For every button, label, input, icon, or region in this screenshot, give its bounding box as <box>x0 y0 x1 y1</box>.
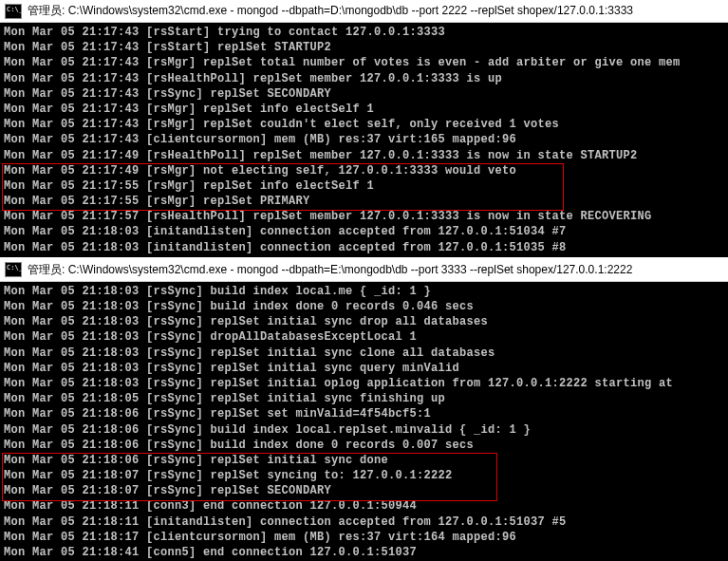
log-line: Mon Mar 05 21:18:06 [rsSync] build index… <box>4 438 724 453</box>
log-line: Mon Mar 05 21:18:06 [rsSync] replSet set… <box>4 406 724 421</box>
log-line: Mon Mar 05 21:17:49 [rsMgr] not electing… <box>4 163 724 178</box>
cmd-icon <box>5 262 22 277</box>
log-line: Mon Mar 05 21:18:03 [rsSync] replSet ini… <box>4 346 724 361</box>
titlebar-1[interactable]: 管理员: C:\Windows\system32\cmd.exe - mongo… <box>0 0 728 23</box>
log-line: Mon Mar 05 21:18:17 [clientcursormon] me… <box>4 530 724 545</box>
terminal-window-2: 管理员: C:\Windows\system32\cmd.exe - mongo… <box>0 259 728 561</box>
log-line: Mon Mar 05 21:18:03 [rsSync] dropAllData… <box>4 329 724 345</box>
cmd-icon <box>5 4 22 19</box>
log-line: Mon Mar 05 21:18:03 [rsSync] build index… <box>4 299 724 314</box>
log-line: Mon Mar 05 21:17:55 [rsMgr] replSet info… <box>4 178 724 194</box>
log-line: Mon Mar 05 21:18:03 [rsSync] replSet ini… <box>4 376 724 391</box>
log-line: Mon Mar 05 21:18:11 [conn3] end connecti… <box>4 498 724 514</box>
log-line: Mon Mar 05 21:18:06 [rsSync] replSet ini… <box>4 453 724 468</box>
log-line: Mon Mar 05 21:17:43 [rsStart] replSet ST… <box>4 40 724 55</box>
log-line: Mon Mar 05 21:17:49 [rsHealthPoll] replS… <box>4 148 724 163</box>
log-line: Mon Mar 05 21:18:03 [initandlisten] conn… <box>4 224 724 239</box>
log-line: Mon Mar 05 21:18:05 [rsSync] replSet ini… <box>4 391 724 406</box>
titlebar-2[interactable]: 管理员: C:\Windows\system32\cmd.exe - mongo… <box>0 259 728 282</box>
terminal-output-2[interactable]: Mon Mar 05 21:18:03 [rsSync] build index… <box>0 282 728 561</box>
log-line: Mon Mar 05 21:18:41 [conn5] end connecti… <box>4 545 724 560</box>
terminal-output-1[interactable]: Mon Mar 05 21:17:43 [rsStart] trying to … <box>0 23 728 257</box>
log-line: Mon Mar 05 21:17:43 [rsStart] trying to … <box>4 25 724 40</box>
window-title-2: 管理员: C:\Windows\system32\cmd.exe - mongo… <box>28 262 632 278</box>
log-line: Mon Mar 05 21:18:03 [rsSync] build index… <box>4 284 724 299</box>
log-line: Mon Mar 05 21:18:07 [rsSync] replSet SEC… <box>4 483 724 498</box>
log-line: Mon Mar 05 21:18:06 [rsSync] build index… <box>4 422 724 438</box>
log-line: Mon Mar 05 21:17:43 [rsHealthPoll] replS… <box>4 71 724 86</box>
log-line: Mon Mar 05 21:17:43 [rsMgr] replSet tota… <box>4 55 724 70</box>
log-line: Mon Mar 05 21:18:07 [rsSync] replSet syn… <box>4 468 724 483</box>
log-line: Mon Mar 05 21:17:43 [clientcursormon] me… <box>4 132 724 147</box>
log-line: Mon Mar 05 21:18:03 [initandlisten] conn… <box>4 240 724 255</box>
log-line: Mon Mar 05 21:17:43 [rsMgr] replSet info… <box>4 102 724 117</box>
log-line: Mon Mar 05 21:17:55 [rsMgr] replSet PRIM… <box>4 194 724 209</box>
log-line: Mon Mar 05 21:18:03 [rsSync] replSet ini… <box>4 314 724 329</box>
log-line: Mon Mar 05 21:18:11 [initandlisten] conn… <box>4 514 724 530</box>
window-title-1: 管理员: C:\Windows\system32\cmd.exe - mongo… <box>28 3 633 19</box>
log-line: Mon Mar 05 21:17:43 [rsMgr] replSet coul… <box>4 117 724 132</box>
log-line: Mon Mar 05 21:18:03 [rsSync] replSet ini… <box>4 361 724 376</box>
terminal-window-1: 管理员: C:\Windows\system32\cmd.exe - mongo… <box>0 0 728 257</box>
log-line: Mon Mar 05 21:17:57 [rsHealthPoll] replS… <box>4 209 724 224</box>
log-line: Mon Mar 05 21:17:43 [rsSync] replSet SEC… <box>4 86 724 102</box>
